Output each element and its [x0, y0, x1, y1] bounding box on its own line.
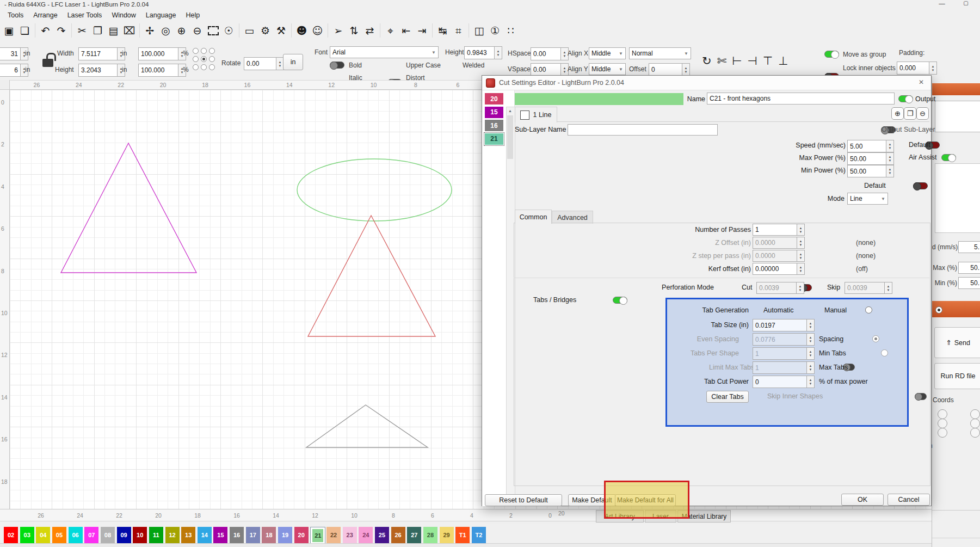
- padding-field[interactable]: 0.000 ▲▼: [897, 62, 937, 75]
- z-offset-field[interactable]: 0.0000 ▲▼: [753, 237, 805, 249]
- center-target-icon[interactable]: ⌖: [383, 22, 398, 39]
- sublayer-name-field[interactable]: [568, 124, 718, 136]
- duplicate-sublayer-button[interactable]: ❐: [904, 107, 916, 120]
- palette-swatch-14[interactable]: 14: [198, 527, 212, 543]
- spacing-spinner[interactable]: ▲▼: [807, 333, 815, 346]
- kerf-field[interactable]: 0.00000 ▲▼: [753, 263, 805, 275]
- even-spacing-radio[interactable]: [872, 335, 879, 342]
- width-percent-field[interactable]: 100.000 ▲▼: [138, 47, 186, 60]
- min-power-field[interactable]: 50.00 ▲▼: [847, 165, 894, 177]
- tab-advanced[interactable]: Advanced: [552, 211, 593, 224]
- palette-swatch-24[interactable]: 24: [359, 527, 373, 543]
- palette-swatch-10[interactable]: 10: [133, 527, 147, 543]
- dialog-close-icon[interactable]: ✕: [919, 78, 924, 86]
- output-toggle[interactable]: [898, 95, 913, 102]
- gray-triangle[interactable]: [306, 405, 428, 447]
- anchor-point-grid[interactable]: [193, 48, 215, 70]
- red-triangle[interactable]: [308, 216, 435, 336]
- palette-swatch-26[interactable]: 26: [391, 527, 405, 543]
- ok-button[interactable]: OK: [841, 494, 884, 506]
- z-step-spinner[interactable]: ▲▼: [797, 250, 805, 262]
- preview-monitor-icon[interactable]: ▭: [242, 22, 257, 39]
- send-button[interactable]: ⇑ Send: [934, 327, 980, 358]
- limit-max-tabs-field[interactable]: 1 ▲▼: [753, 361, 815, 374]
- palette-swatch-07[interactable]: 07: [84, 527, 98, 543]
- perforation-skip-field[interactable]: 0.0039 ▲▼: [845, 282, 892, 294]
- perforation-cut-field[interactable]: 0.0039 ▲▼: [756, 282, 804, 294]
- tab-size-spinner[interactable]: ▲▼: [807, 319, 815, 331]
- vspace-field[interactable]: 0.00 ▲▼: [531, 63, 569, 76]
- palette-swatch-09[interactable]: 09: [117, 527, 131, 543]
- align-bottom-icon[interactable]: ⊥: [778, 54, 788, 67]
- dialog-layer-16[interactable]: 16: [485, 120, 503, 131]
- sync-icon[interactable]: ↻: [702, 54, 712, 67]
- origin-radio[interactable]: [970, 428, 980, 438]
- clear-tabs-button[interactable]: Clear Tabs: [706, 391, 749, 403]
- width-field[interactable]: 7.5117 ▲▼: [78, 47, 125, 60]
- passes-spinner[interactable]: ▲▼: [797, 224, 805, 236]
- palette-swatch-04[interactable]: 04: [36, 527, 50, 543]
- minimize-button[interactable]: —: [935, 0, 949, 10]
- offset-spinner[interactable]: ▲▼: [682, 63, 690, 76]
- align-top-icon[interactable]: ⊤: [763, 54, 773, 67]
- dialog-layer-21[interactable]: 21: [485, 133, 503, 145]
- palette-swatch-17[interactable]: 17: [246, 527, 260, 543]
- tabs-bridges-toggle[interactable]: [613, 297, 627, 304]
- origin-radio[interactable]: [970, 409, 980, 419]
- flip-horizontal-icon[interactable]: ⇄: [362, 22, 378, 39]
- palette-swatch-15[interactable]: 15: [213, 527, 227, 543]
- origin-radio[interactable]: [938, 409, 947, 419]
- sublayer-checkbox[interactable]: [520, 110, 529, 120]
- settings-gear-icon[interactable]: ⚙: [257, 22, 273, 39]
- spacing-field[interactable]: 0.0776 ▲▼: [753, 333, 815, 346]
- run-rd-file-button[interactable]: Run RD file: [934, 363, 980, 389]
- palette-swatch-03[interactable]: 03: [20, 527, 34, 543]
- panel-speed-field[interactable]: 5.: [958, 241, 980, 253]
- perforation-skip-spinner[interactable]: ▲▼: [885, 282, 892, 294]
- move-as-group-toggle[interactable]: [824, 51, 839, 58]
- zoom-out-icon[interactable]: ⊖: [189, 22, 205, 39]
- undo-icon[interactable]: ↶: [38, 22, 53, 39]
- hspace-field[interactable]: 0.00 ▲▼: [531, 47, 569, 60]
- max-power-spinner[interactable]: ▲▼: [886, 152, 894, 165]
- save-icon[interactable]: ▣: [1, 22, 17, 39]
- air-assist-toggle[interactable]: [941, 154, 956, 161]
- palette-swatch-02[interactable]: 02: [4, 527, 18, 543]
- device-tools-icon[interactable]: ⚒: [273, 22, 289, 39]
- print-cut-icon[interactable]: ✄: [717, 54, 727, 67]
- panel-max-field[interactable]: 50.: [958, 262, 980, 274]
- push-left-icon[interactable]: ⇤: [398, 22, 414, 39]
- camera-icon[interactable]: ☉: [221, 22, 237, 39]
- dock-icon[interactable]: ◫: [471, 22, 487, 39]
- magenta-triangle[interactable]: [61, 143, 196, 273]
- menu-item-laser-tools[interactable]: Laser Tools: [63, 10, 107, 20]
- y-position-field[interactable]: 6 ▲▼: [0, 64, 28, 77]
- send-icon[interactable]: ➢: [330, 22, 346, 39]
- align-left-icon[interactable]: ⊢: [732, 54, 742, 67]
- remove-sublayer-button[interactable]: ⊖: [916, 107, 929, 120]
- push-right-icon[interactable]: ⇥: [414, 22, 430, 39]
- palette-swatch-T2[interactable]: T2: [472, 527, 486, 543]
- add-sublayer-button[interactable]: ⊕: [891, 107, 904, 120]
- z-offset-spinner[interactable]: ▲▼: [797, 237, 805, 249]
- palette-swatch-29[interactable]: 29: [440, 527, 454, 543]
- palette-swatch-21[interactable]: 21: [310, 527, 325, 544]
- reset-to-default-button[interactable]: Reset to Default: [485, 494, 562, 506]
- palette-swatch-23[interactable]: 23: [343, 527, 357, 543]
- paste-icon[interactable]: ▤: [106, 22, 121, 39]
- flip-vertical-icon[interactable]: ⇅: [346, 22, 362, 39]
- grid-dots-icon[interactable]: ∷: [503, 22, 519, 39]
- zoom-in-icon[interactable]: ⊕: [174, 22, 189, 39]
- tab-size-field[interactable]: 0.0197 ▲▼: [753, 319, 815, 331]
- font-height-spinner[interactable]: ▲▼: [495, 46, 502, 59]
- kerf-spinner[interactable]: ▲▼: [797, 263, 805, 275]
- menu-item-tools[interactable]: Tools: [3, 10, 28, 20]
- align-x-select[interactable]: Middle▼: [589, 47, 626, 59]
- copy-icon[interactable]: ❐: [90, 22, 106, 39]
- dialog-layer-15[interactable]: 15: [485, 107, 503, 118]
- palette-swatch-19[interactable]: 19: [278, 527, 292, 543]
- palette-swatch-12[interactable]: 12: [165, 527, 180, 543]
- layer-name-field[interactable]: C21 - front hexagons: [707, 93, 895, 105]
- palette-swatch-06[interactable]: 06: [69, 527, 83, 543]
- tab-common[interactable]: Common: [515, 210, 552, 224]
